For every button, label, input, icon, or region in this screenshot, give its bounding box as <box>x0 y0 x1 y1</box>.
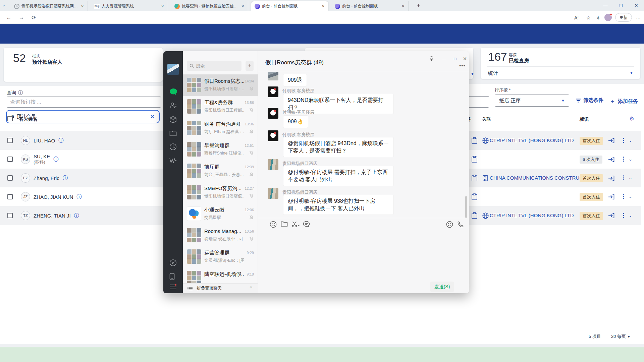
wecom-messages-icon[interactable] <box>169 88 177 96</box>
browser-update-button[interactable]: 更新 <box>615 13 632 22</box>
guest-info-icon[interactable]: ⓘ <box>58 138 64 143</box>
send-button[interactable]: 发送(S) <box>430 282 454 292</box>
window-close-button[interactable]: ✕ <box>629 0 644 11</box>
window-maximize-button[interactable]: ❐ <box>613 0 629 11</box>
expand-chevron-icon[interactable]: ⌄ <box>629 157 632 162</box>
wecom-docs-folder-icon[interactable] <box>169 130 177 137</box>
wecom-meeting-icon[interactable] <box>169 158 177 165</box>
guest-info-icon[interactable]: ⓘ <box>63 175 68 181</box>
chat-list-item[interactable]: 假日Rooms房态... 14:04 贵阳机场假日酒店：... <box>183 74 258 96</box>
company-link[interactable]: CTRIP INTL TVL (HONG KONG) LTD <box>490 213 574 218</box>
row-checkbox[interactable] <box>7 138 13 143</box>
company-link[interactable]: CTRIP INTL TVL (HONG KONG) LTD <box>490 137 574 143</box>
reservation-row[interactable]: 6 次入住 ⋮ ⌄ <box>469 150 641 169</box>
task-clipboard-icon[interactable] <box>472 137 477 144</box>
chat-maximize-icon[interactable]: □ <box>451 55 459 63</box>
reservation-row[interactable]: 首次入住 ⋮ ⌄ <box>469 187 641 206</box>
browser-tab[interactable]: Shiji人力资源管理系统 ✕ <box>91 1 168 11</box>
reservation-query-input[interactable]: 查询预订按 ... <box>7 97 161 108</box>
guest-info-icon[interactable]: ⓘ <box>53 157 59 162</box>
browser-menu-icon[interactable]: ⋯ <box>636 15 641 20</box>
chat-more-icon[interactable]: ••• <box>459 63 466 68</box>
emoji-icon[interactable] <box>270 221 277 228</box>
chat-close-icon[interactable]: ✕ <box>461 55 469 63</box>
task-clipboard-icon[interactable] <box>472 156 477 163</box>
message-bubble[interactable]: @付明敏-客房楼层 938也打扫一下房间，，把拖鞋换一下 客人已外出 <box>283 195 394 215</box>
select-all-checkbox[interactable] <box>7 116 13 121</box>
message-bubble[interactable]: @付明敏-客房楼层 需要打扫，桌子上东西不要动 客人已外出 <box>283 166 394 186</box>
filter-button[interactable]: 筛选条件 <box>576 97 603 104</box>
guest-row[interactable]: HL LIU, HAO ⓘ <box>0 131 163 150</box>
guest-row[interactable]: EZ Zhang, Eric ⓘ <box>0 169 163 187</box>
guest-row[interactable]: JZ ZHAO, JIAN KUN ⓘ <box>0 187 163 206</box>
hidden-query-input-edge[interactable] <box>468 96 489 108</box>
expand-chevron-icon[interactable]: ⌄ <box>629 138 632 143</box>
chat-list-item[interactable]: 早餐沟通群 12:51 西餐厅Shine 汪锡俊... <box>183 139 258 160</box>
profile-avatar[interactable] <box>604 14 612 21</box>
stats-caret-icon[interactable]: ▼ <box>630 71 633 75</box>
send-file-folder-icon[interactable] <box>281 221 288 228</box>
kebab-menu-icon[interactable]: ⋮ <box>621 193 626 200</box>
task-clipboard-icon[interactable] <box>472 175 477 181</box>
expand-chevron-icon[interactable]: ⌄ <box>629 194 632 199</box>
message-avatar[interactable] <box>268 188 278 199</box>
sticker-icon[interactable] <box>446 221 453 228</box>
expand-chevron-icon[interactable]: ⌄ <box>629 175 632 180</box>
message-avatar[interactable] <box>268 159 278 170</box>
message-bubble[interactable]: 909退 <box>283 74 307 86</box>
reservation-row[interactable]: CTRIP INTL TVL (HONG KONG) LTD 首次入住 ⋮ ⌄ <box>469 206 641 225</box>
task-clipboard-icon[interactable] <box>472 193 477 200</box>
add-task-button[interactable]: ＋ 添加任务 <box>609 97 638 105</box>
chat-list-item[interactable]: 财务 前台沟通群 13:36 前厅-Ethan 赵梓淇：... <box>183 117 258 139</box>
chat-history-icon[interactable] <box>303 221 310 228</box>
tab-close-icon[interactable]: ✕ <box>321 4 326 8</box>
favorite-star-icon[interactable]: ☆ <box>586 15 591 20</box>
wecom-user-avatar[interactable] <box>167 64 179 75</box>
message-bubble[interactable]: 909👌 <box>283 115 308 128</box>
tab-close-icon[interactable]: ✕ <box>160 4 165 8</box>
screenshot-scissors-icon[interactable] <box>292 221 299 228</box>
guest-info-icon[interactable]: ⓘ <box>76 194 82 199</box>
check-in-icon[interactable] <box>608 194 614 200</box>
kebab-menu-icon[interactable]: ⋮ <box>621 156 626 163</box>
wecom-mobile-icon[interactable] <box>169 273 177 280</box>
table-settings-gear-icon[interactable]: ⚙ <box>629 115 634 122</box>
message-avatar[interactable] <box>268 108 278 119</box>
back-icon[interactable]: ← <box>6 14 11 20</box>
sort-by-select[interactable]: 抵店 正序 ▼ <box>495 95 569 107</box>
chat-list-item[interactable]: 运营管理群 9:29 文员-张源涛-Eric：[图片] <box>183 246 258 267</box>
forward-icon[interactable]: → <box>19 14 24 20</box>
expand-chevron-icon[interactable]: ⌄ <box>629 213 632 218</box>
wecom-workbench-icon[interactable] <box>169 116 177 123</box>
guest-row[interactable]: TZ ZHENG, TIAN JI ⓘ <box>0 206 163 225</box>
check-in-icon[interactable] <box>608 157 614 162</box>
chat-list-item[interactable]: 前厅群 12:39 前台_王晶晶：姜总... <box>183 160 258 182</box>
chat-list-item[interactable]: SM&FO客房沟... 12:27 贵阳机场假日酒店值... <box>183 182 258 203</box>
check-in-icon[interactable] <box>608 213 614 219</box>
check-in-icon[interactable] <box>608 138 614 143</box>
task-clipboard-icon[interactable] <box>472 212 477 219</box>
per-page-select[interactable]: 20 每页 ▼ <box>611 334 631 340</box>
tab-close-icon[interactable]: ✕ <box>401 4 406 8</box>
browser-tab[interactable]: 贵阳机场智选假日酒店系统网址导 ✕ <box>11 1 88 11</box>
message-avatar[interactable] <box>268 86 278 97</box>
chat-list-item[interactable]: Rooms Manag... 10:56 @瑞雪 现在淡季，可... <box>183 225 258 246</box>
wecom-browser-icon[interactable] <box>169 259 177 266</box>
query-info-icon[interactable]: ⓘ <box>18 90 23 96</box>
message-avatar[interactable] <box>268 130 278 141</box>
guest-info-icon[interactable]: ⓘ <box>74 213 79 218</box>
reservation-row[interactable]: CHINA COMMUNICATIONS CONSTRUCT 首次入住 ⋮ ⌄ <box>469 169 641 187</box>
pin-icon[interactable] <box>427 55 435 63</box>
message-bubble[interactable]: @贵阳机场假日酒店 943Dnd，麻烦联系一下客人，是否需要打扫？ <box>283 137 394 157</box>
chip-clear-icon[interactable]: ✕ <box>150 114 154 119</box>
guest-row[interactable]: KS SU, KE(苏科) ⓘ <box>0 150 163 169</box>
row-checkbox[interactable] <box>7 213 13 218</box>
row-checkbox[interactable] <box>7 175 13 181</box>
company-link[interactable]: CHINA COMMUNICATIONS CONSTRUCT <box>490 175 586 181</box>
wecom-drive-icon[interactable] <box>169 143 177 150</box>
chat-list-item[interactable]: 工程&房务群 13:56 贵阳机场假日工程部... <box>183 96 258 117</box>
kebab-menu-icon[interactable]: ⋮ <box>621 212 626 219</box>
stats-toggle-label[interactable]: 统计 <box>488 70 498 76</box>
read-aloud-icon[interactable]: A⁾ <box>574 15 579 20</box>
middle-card-caret-icon[interactable]: ▼ <box>471 72 474 76</box>
